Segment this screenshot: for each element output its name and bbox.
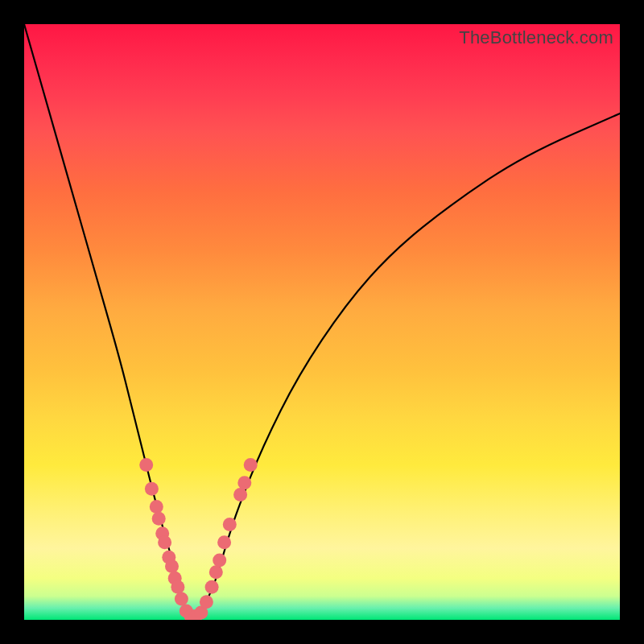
marker-dot xyxy=(217,535,231,549)
chart-svg xyxy=(24,24,620,620)
marker-dot xyxy=(139,458,153,472)
marker-dots xyxy=(139,458,258,620)
marker-dot xyxy=(244,458,258,472)
marker-dot xyxy=(150,500,163,514)
marker-dot xyxy=(200,595,213,609)
marker-dot xyxy=(175,592,188,606)
chart-frame: TheBottleneck.com xyxy=(0,0,644,644)
marker-dot xyxy=(145,482,159,496)
marker-dot xyxy=(223,518,237,531)
marker-dot xyxy=(233,488,247,502)
marker-dot xyxy=(171,580,184,594)
marker-dot xyxy=(165,559,179,573)
marker-dot xyxy=(209,565,223,579)
marker-dot xyxy=(158,535,171,549)
marker-dot xyxy=(237,476,251,489)
marker-dot xyxy=(213,554,226,568)
marker-dot xyxy=(205,580,219,594)
bottleneck-curve xyxy=(24,24,620,620)
plot-area: TheBottleneck.com xyxy=(24,24,620,620)
marker-dot xyxy=(152,512,166,526)
